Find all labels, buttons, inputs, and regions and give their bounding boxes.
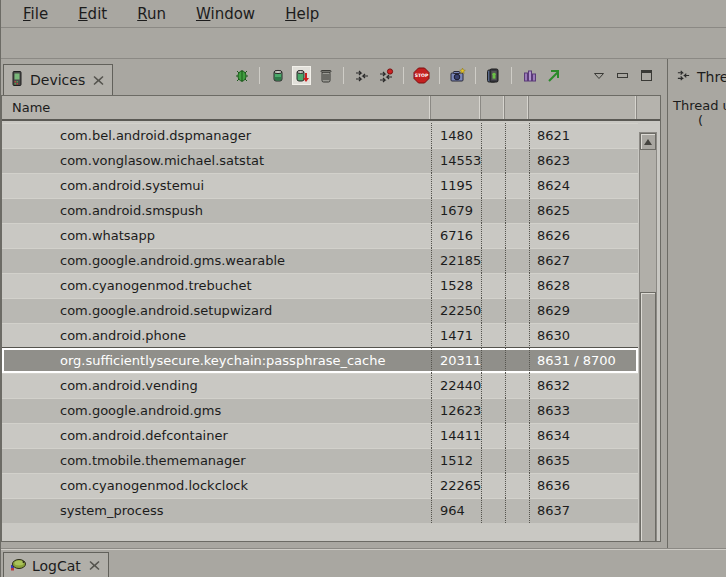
cell-pid: 1679 bbox=[431, 198, 481, 223]
cell-name: org.sufficientlysecure.keychain:passphra… bbox=[2, 348, 431, 373]
cell-empty1 bbox=[481, 248, 505, 273]
table-row[interactable]: com.google.android.gms 12623 8633 bbox=[2, 398, 638, 423]
table-row[interactable]: com.android.vending 22440 8632 bbox=[2, 373, 638, 398]
table-row[interactable]: com.google.android.setupwizard 22250 862… bbox=[2, 298, 638, 323]
view-menu-icon[interactable] bbox=[590, 67, 607, 84]
tab-logcat[interactable]: LogCat bbox=[3, 552, 109, 577]
device-table-rows: com.bel.android.dspmanager 1480 8621 com… bbox=[2, 123, 638, 523]
cell-empty2 bbox=[505, 223, 529, 248]
cell-port: 8637 bbox=[529, 498, 637, 523]
toolbar-separator bbox=[475, 67, 476, 84]
gc-arrow-icon[interactable] bbox=[545, 67, 562, 84]
tab-devices[interactable]: Devices bbox=[3, 64, 113, 95]
cell-pid: 14411 bbox=[431, 423, 481, 448]
menu-item-edit[interactable]: Edit bbox=[64, 2, 121, 26]
cell-port: 8625 bbox=[529, 198, 637, 223]
cell-empty2 bbox=[505, 448, 529, 473]
close-icon[interactable] bbox=[93, 75, 104, 86]
menu-item-run[interactable]: Run bbox=[123, 2, 180, 26]
cell-name: com.google.android.gms bbox=[2, 398, 431, 423]
cell-port: 8624 bbox=[529, 173, 637, 198]
table-row[interactable]: com.android.defcontainer 14411 8634 bbox=[2, 423, 638, 448]
table-row[interactable]: com.cyanogenmod.lockclock 22265 8636 bbox=[2, 473, 638, 498]
cell-name: com.tmobile.thememanager bbox=[2, 448, 431, 473]
cell-empty1 bbox=[481, 498, 505, 523]
dump-hprof-icon[interactable] bbox=[293, 67, 310, 84]
menu-bar: File Edit Run Window Help bbox=[1, 0, 726, 28]
stop-process-icon[interactable]: STOP bbox=[413, 67, 430, 84]
stop-label: STOP bbox=[415, 73, 429, 78]
table-row[interactable]: com.android.phone 1471 8630 bbox=[2, 323, 638, 348]
cell-pid: 1512 bbox=[431, 448, 481, 473]
cell-empty2 bbox=[505, 148, 529, 173]
column-header-name[interactable]: Name bbox=[2, 96, 431, 119]
cell-port: 8633 bbox=[529, 398, 637, 423]
cell-empty2 bbox=[505, 348, 529, 373]
cell-empty1 bbox=[481, 448, 505, 473]
cell-port: 8626 bbox=[529, 223, 637, 248]
update-heap-icon[interactable] bbox=[269, 67, 286, 84]
logcat-view: LogCat bbox=[1, 548, 726, 577]
vertical-scrollbar[interactable] bbox=[639, 132, 657, 542]
cell-name: com.android.systemui bbox=[2, 173, 431, 198]
tab-threads[interactable]: Threads bbox=[668, 59, 726, 95]
column-header-pid[interactable] bbox=[431, 96, 481, 119]
menu-item-window[interactable]: Window bbox=[182, 2, 269, 26]
cell-port: 8631 / 8700 bbox=[529, 348, 637, 373]
screen-capture-icon[interactable] bbox=[449, 67, 466, 84]
menu-item-file[interactable]: File bbox=[9, 2, 62, 26]
column-header-port[interactable] bbox=[529, 96, 637, 119]
cell-name: com.cyanogenmod.trebuchet bbox=[2, 273, 431, 298]
maximize-icon[interactable] bbox=[638, 67, 655, 84]
cell-pid: 12623 bbox=[431, 398, 481, 423]
table-row[interactable]: com.google.android.gms.wearable 22185 86… bbox=[2, 248, 638, 273]
cell-name: com.android.smspush bbox=[2, 198, 431, 223]
update-threads-icon[interactable] bbox=[353, 67, 370, 84]
column-header-empty2[interactable] bbox=[505, 96, 529, 119]
table-row[interactable]: com.android.systemui 1195 8624 bbox=[2, 173, 638, 198]
scroll-up-button[interactable] bbox=[640, 133, 656, 150]
devices-tabbar: Devices bbox=[1, 59, 663, 95]
table-row[interactable]: com.bel.android.dspmanager 1480 8621 bbox=[2, 123, 638, 148]
cell-empty2 bbox=[505, 123, 529, 148]
table-row[interactable]: org.sufficientlysecure.keychain:passphra… bbox=[2, 348, 638, 373]
table-row[interactable]: com.android.smspush 1679 8625 bbox=[2, 198, 638, 223]
heap-bars-icon[interactable] bbox=[521, 67, 538, 84]
device-view-icon[interactable] bbox=[485, 67, 502, 84]
cell-empty1 bbox=[481, 148, 505, 173]
tab-threads-label: Threads bbox=[697, 69, 726, 85]
table-row[interactable]: com.cyanogenmod.trebuchet 1528 8628 bbox=[2, 273, 638, 298]
gc-trash-icon[interactable] bbox=[317, 67, 334, 84]
minimize-icon[interactable] bbox=[614, 67, 631, 84]
method-profiling-icon[interactable] bbox=[377, 67, 394, 84]
table-row[interactable]: com.tmobile.thememanager 1512 8635 bbox=[2, 448, 638, 473]
cell-pid: 22265 bbox=[431, 473, 481, 498]
cell-port: 8623 bbox=[529, 148, 637, 173]
table-row[interactable]: com.whatsapp 6716 8626 bbox=[2, 223, 638, 248]
column-header-empty1[interactable] bbox=[481, 96, 505, 119]
cell-pid: 22185 bbox=[431, 248, 481, 273]
cell-empty1 bbox=[481, 398, 505, 423]
close-icon[interactable] bbox=[89, 560, 100, 571]
threads-view: Threads Thread up ( bbox=[667, 59, 726, 548]
table-row[interactable]: system_process 964 8637 bbox=[2, 498, 638, 523]
cell-port: 8621 bbox=[529, 123, 637, 148]
cell-empty1 bbox=[481, 198, 505, 223]
cell-empty2 bbox=[505, 173, 529, 198]
table-row[interactable]: com.vonglasow.michael.satstat 14553 8623 bbox=[2, 148, 638, 173]
tab-logcat-label: LogCat bbox=[32, 558, 81, 574]
cell-port: 8636 bbox=[529, 473, 637, 498]
vertical-scrollbar-thumb[interactable] bbox=[640, 292, 656, 542]
cell-pid: 1195 bbox=[431, 173, 481, 198]
cell-empty1 bbox=[481, 373, 505, 398]
logcat-icon bbox=[10, 557, 26, 574]
device-table: Name com.bel.android.dspmanager 1480 862… bbox=[1, 95, 661, 542]
cell-port: 8632 bbox=[529, 373, 637, 398]
debug-bug-icon[interactable] bbox=[233, 67, 250, 84]
threads-message: Thread up ( bbox=[668, 95, 726, 128]
cell-name: com.google.android.gms.wearable bbox=[2, 248, 431, 273]
phone-icon bbox=[10, 71, 24, 89]
toolbar-separator bbox=[403, 67, 404, 84]
menu-item-help[interactable]: Help bbox=[271, 2, 333, 26]
cell-empty2 bbox=[505, 423, 529, 448]
